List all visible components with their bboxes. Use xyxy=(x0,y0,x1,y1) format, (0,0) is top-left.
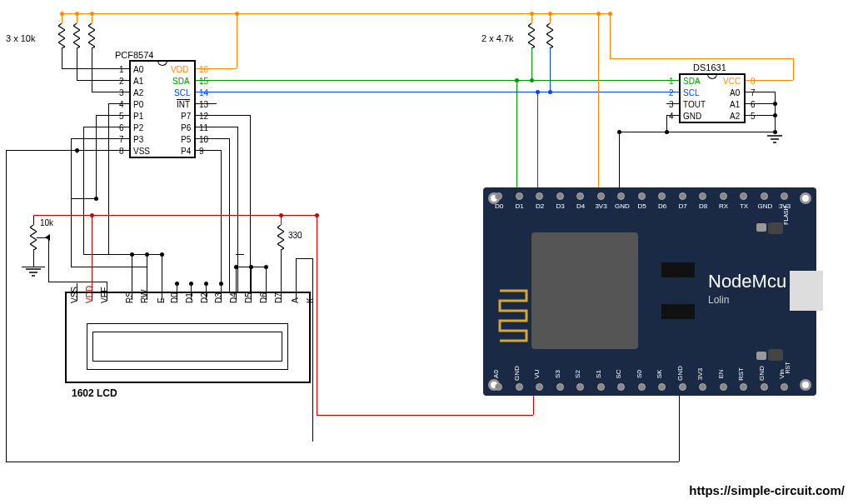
flash-dot xyxy=(756,223,766,232)
svg-marker-3 xyxy=(45,234,50,241)
mcu-top-label-d3: D3 xyxy=(554,202,567,210)
mcu-top-pin-d5 xyxy=(638,192,646,200)
mcu-bot-label-gnd: GND xyxy=(758,367,766,381)
mcu-bot-pin-gnd xyxy=(516,383,523,391)
pcf-pin-p7: P7 xyxy=(181,112,191,121)
lcd-pin-d0: D0 xyxy=(170,292,179,303)
ds-pin-a1: A1 xyxy=(730,100,740,109)
mcu-top-pin-3v3 xyxy=(781,192,788,200)
mcu-top-pin-tx xyxy=(740,192,747,200)
ds-pin-vcc: VCC xyxy=(723,77,741,86)
ic-small-2 xyxy=(661,304,695,319)
resistor-10k-pot xyxy=(30,225,37,250)
mcu-top-label-3v3: 3V3 xyxy=(595,202,608,210)
pcf-num-1: 1 xyxy=(119,65,124,74)
mcu-top-label-gnd: GND xyxy=(758,202,771,210)
label-3x10k: 3 x 10k xyxy=(6,33,35,43)
pcf-pin-p6: P6 xyxy=(181,123,191,132)
ds-num-6: 6 xyxy=(751,100,756,109)
ic-small xyxy=(661,262,695,277)
pcf-num-16: 16 xyxy=(199,65,208,74)
ds-pin-scl: SCL xyxy=(683,88,699,97)
mcu-bot-pin-s1 xyxy=(597,383,605,391)
source-url: https://simple-circuit.com/ xyxy=(689,483,845,497)
ds-num-1: 1 xyxy=(669,77,674,86)
ground-ds xyxy=(767,133,782,145)
ds-pin-a2: A2 xyxy=(730,112,740,121)
pcf-num-15: 15 xyxy=(199,77,208,86)
mcu-top-label-d1: D1 xyxy=(513,202,526,210)
mcu-top-pin-d6 xyxy=(658,192,666,200)
mcu-bot-label-a0: A0 xyxy=(492,367,500,381)
lcd-pin-rs: RS xyxy=(125,292,134,303)
ground-pot xyxy=(26,267,41,278)
usb-port xyxy=(790,271,823,311)
mcu-bot-pin-sc xyxy=(617,383,625,391)
mcu-top-pin-rx xyxy=(720,192,727,200)
mcu-bot-pin-vin xyxy=(781,383,788,391)
pcf-num-2: 2 xyxy=(119,77,124,86)
mcu-bot-label-en: EN xyxy=(717,367,725,381)
mcu-top-label-d2: D2 xyxy=(533,202,546,210)
mcu-bot-label-3v3: 3V3 xyxy=(696,367,704,381)
mcu-bot-label-s3: S3 xyxy=(554,367,561,381)
pcf-num-7: 7 xyxy=(119,135,124,144)
mcu-bot-label-sc: SC xyxy=(615,367,622,381)
ds-pin-gnd: GND xyxy=(683,112,701,121)
board-nodemcu: NodeMcu v3 Lolin FLASH RST D0D1D2D3D43V3… xyxy=(483,187,816,396)
mcu-top-pin-d1 xyxy=(516,192,523,200)
lcd-pin-d7: D7 xyxy=(274,292,283,303)
lcd-pin-d3: D3 xyxy=(214,292,223,303)
mcu-bot-label-rst: RST xyxy=(737,367,745,381)
mcu-bot-pin-gnd xyxy=(761,383,768,391)
chip-ds1631-title: DS1631 xyxy=(693,62,726,72)
rst-button[interactable] xyxy=(768,349,783,361)
pcf-pin-p5: P5 xyxy=(181,135,191,144)
pcf-num-4: 4 xyxy=(119,100,124,109)
resistor-330 xyxy=(277,225,284,250)
mcu-bot-label-sk: SK xyxy=(656,367,663,381)
mcu-top-label-d4: D4 xyxy=(574,202,587,210)
pcf-num-11: 11 xyxy=(199,123,208,132)
lcd-pin-a: A xyxy=(291,297,300,303)
rst-dot xyxy=(756,352,766,360)
lcd-pin-d2: D2 xyxy=(200,292,209,303)
lcd-pin-d5: D5 xyxy=(244,292,253,303)
mcu-top-label-gnd: GND xyxy=(615,202,628,210)
mcu-top-label-d8: D8 xyxy=(696,202,710,210)
lcd-pin-vee: VEE xyxy=(100,287,109,303)
mcu-top-label-rx: RX xyxy=(717,202,731,210)
ds-num-7: 7 xyxy=(751,88,756,97)
mcu-top-label-d5: D5 xyxy=(636,202,649,210)
mcu-bot-label-vu: VU xyxy=(533,367,541,381)
resistor-10k-2 xyxy=(73,23,80,48)
flash-button[interactable] xyxy=(768,222,783,234)
mcu-bot-pin-en xyxy=(720,383,727,391)
mcu-bot-label-vin: Vin xyxy=(778,367,786,381)
lcd-pin-vss: VSS xyxy=(70,287,79,303)
label-330: 330 xyxy=(288,231,302,240)
mcu-top-pin-d2 xyxy=(536,192,543,200)
pcf-pin-p2: P2 xyxy=(133,123,143,132)
pcf-num-10: 10 xyxy=(199,135,208,144)
nodemcu-sub: Lolin xyxy=(708,294,729,306)
esp8266-shield xyxy=(531,232,638,349)
ds-num-2: 2 xyxy=(669,88,674,97)
ds-pin-sda: SDA xyxy=(683,77,701,86)
mcu-bot-label-s1: S1 xyxy=(595,367,602,381)
mcu-bot-pin-vu xyxy=(536,383,543,391)
lcd-pin-rw: RW xyxy=(140,290,149,303)
pcf-pin-p1: P1 xyxy=(133,112,143,121)
pcf-num-14: 14 xyxy=(199,88,208,97)
mcu-top-pin-3v3 xyxy=(597,192,605,200)
pcf-pin-vdd: VDD xyxy=(171,65,188,74)
pcf-pin-a2: A2 xyxy=(133,88,143,97)
ds-pin-a0: A0 xyxy=(730,88,740,97)
mcu-top-label-d7: D7 xyxy=(676,202,690,210)
mcu-bot-label-s0: S0 xyxy=(636,367,643,381)
pcf-pin-a1: A1 xyxy=(133,77,143,86)
mcu-bot-pin-gnd xyxy=(679,383,686,391)
ds-pin-tout: TOUT xyxy=(683,100,706,109)
mcu-top-pin-d3 xyxy=(556,192,564,200)
mcu-top-label-d6: D6 xyxy=(656,202,669,210)
